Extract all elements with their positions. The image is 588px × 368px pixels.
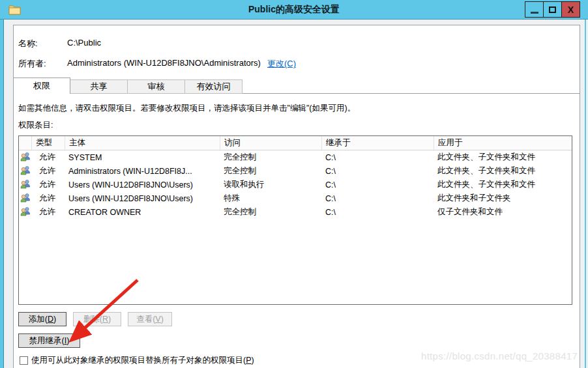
applies-to-cell: 此文件夹、子文件夹和文件 bbox=[434, 165, 572, 177]
access-cell: 特殊 bbox=[220, 193, 321, 204]
type-cell: 允许 bbox=[31, 206, 65, 218]
type-cell: 允许 bbox=[31, 152, 65, 163]
column-header[interactable]: 主体 bbox=[65, 136, 220, 150]
users-icon bbox=[20, 193, 31, 203]
applies-to-cell: 仅子文件夹和文件 bbox=[434, 206, 572, 218]
principal-cell: Users (WIN-U12D8FI8JNO\Users) bbox=[65, 180, 220, 190]
close-icon: X bbox=[568, 5, 574, 14]
owner-label: 所有者: bbox=[18, 58, 46, 70]
owner-value: Administrators (WIN-U12D8FI8JNO\Administ… bbox=[67, 58, 261, 68]
applies-to-cell: 此文件夹和子文件夹 bbox=[434, 193, 572, 204]
name-value: C:\Public bbox=[67, 38, 101, 48]
minimize-button[interactable] bbox=[525, 1, 544, 18]
window-frame-left bbox=[0, 20, 4, 368]
inherited-from-cell: C:\ bbox=[321, 167, 434, 176]
tab-bar: 权限共享审核有效访问 bbox=[13, 78, 243, 94]
maximize-button[interactable] bbox=[543, 1, 562, 18]
delete-button: 删除(R) bbox=[73, 312, 121, 326]
inherited-from-cell: C:\ bbox=[321, 208, 434, 217]
table-row[interactable]: 允许 Users (WIN-U12D8FI8JNO\Users) 特殊 C:\ … bbox=[19, 191, 572, 205]
access-cell: 完全控制 bbox=[220, 165, 321, 177]
users-icon bbox=[20, 152, 31, 162]
table-row[interactable]: 允许 SYSTEM 完全控制 C:\ 此文件夹、子文件夹和文件 bbox=[19, 150, 572, 164]
add-button[interactable]: 添加(D) bbox=[18, 312, 66, 326]
type-cell: 允许 bbox=[31, 179, 65, 190]
minimize-icon bbox=[531, 12, 538, 14]
tab-共享[interactable]: 共享 bbox=[70, 79, 128, 94]
principal-cell: Users (WIN-U12D8FI8JNO\Users) bbox=[65, 194, 220, 203]
inherited-from-cell: C:\ bbox=[321, 180, 434, 190]
window-title: Public的高级安全设置 bbox=[0, 4, 588, 16]
instruction-text: 如需其他信息，请双击权限项目。若要修改权限项目，请选择该项目并单击"编辑"(如果… bbox=[18, 103, 355, 114]
maximize-icon bbox=[549, 7, 556, 13]
principal-cell: Administrators (WIN-U12D8FI8J... bbox=[65, 167, 220, 176]
tab-权限[interactable]: 权限 bbox=[13, 78, 70, 94]
checkbox-label: 使用可从此对象继承的权限项目替换所有子对象的权限项目(P) bbox=[31, 355, 254, 366]
list-header: 类型主体访问继承于应用于 bbox=[19, 136, 572, 150]
users-icon bbox=[20, 179, 31, 189]
row-icon-cell bbox=[19, 152, 31, 163]
principal-cell: SYSTEM bbox=[65, 153, 220, 162]
column-header[interactable]: 继承于 bbox=[321, 136, 434, 150]
column-header[interactable]: 类型 bbox=[31, 136, 65, 150]
permission-entries-list[interactable]: 类型主体访问继承于应用于 允许 SYSTEM 完全控制 C:\ 此文件夹、子文件… bbox=[18, 135, 572, 305]
type-cell: 允许 bbox=[31, 165, 65, 177]
type-cell: 允许 bbox=[31, 193, 65, 204]
row-icon-cell bbox=[19, 206, 31, 218]
tab-有效访问[interactable]: 有效访问 bbox=[185, 79, 243, 94]
replace-child-permissions-checkbox[interactable] bbox=[20, 356, 28, 365]
permission-entries-label: 权限条目: bbox=[18, 120, 53, 131]
disable-inheritance-button[interactable]: 禁用继承(I) bbox=[18, 333, 80, 348]
inherited-from-cell: C:\ bbox=[321, 153, 434, 162]
view-button: 查看(V) bbox=[128, 312, 172, 326]
tab-审核[interactable]: 审核 bbox=[128, 79, 185, 94]
table-row[interactable]: 允许 Users (WIN-U12D8FI8JNO\Users) 读取和执行 C… bbox=[19, 178, 572, 191]
users-icon bbox=[20, 206, 31, 216]
close-button[interactable]: X bbox=[561, 1, 580, 18]
table-row[interactable]: 允许 CREATOR OWNER 完全控制 C:\ 仅子文件夹和文件 bbox=[19, 205, 572, 219]
access-cell: 完全控制 bbox=[220, 206, 321, 218]
name-label: 名称: bbox=[18, 38, 38, 50]
principal-cell: CREATOR OWNER bbox=[65, 208, 220, 217]
replace-child-permissions-row: 使用可从此对象继承的权限项目替换所有子对象的权限项目(P) bbox=[20, 355, 254, 366]
icon-column-header bbox=[19, 136, 31, 150]
inherited-from-cell: C:\ bbox=[321, 194, 434, 203]
titlebar: Public的高级安全设置 X bbox=[0, 0, 588, 20]
access-cell: 完全控制 bbox=[220, 152, 321, 163]
window-controls: X bbox=[525, 1, 580, 18]
permission-rows: 允许 SYSTEM 完全控制 C:\ 此文件夹、子文件夹和文件 允许 Admin… bbox=[19, 150, 572, 219]
row-icon-cell bbox=[19, 165, 31, 177]
column-header[interactable]: 访问 bbox=[220, 136, 321, 150]
applies-to-cell: 此文件夹、子文件夹和文件 bbox=[434, 152, 572, 163]
access-cell: 读取和执行 bbox=[220, 179, 321, 190]
applies-to-cell: 此文件夹、子文件夹和文件 bbox=[434, 179, 572, 190]
window-frame-right bbox=[585, 20, 586, 368]
change-owner-link[interactable]: 更改(C) bbox=[267, 58, 296, 70]
watermark-text: https://blog.csdn.net/qq_20388417 bbox=[421, 350, 578, 361]
table-row[interactable]: 允许 Administrators (WIN-U12D8FI8J... 完全控制… bbox=[19, 164, 572, 178]
row-icon-cell bbox=[19, 179, 31, 191]
users-icon bbox=[20, 165, 31, 175]
row-icon-cell bbox=[19, 193, 31, 205]
advanced-security-settings-window: Public的高级安全设置 X 名称: C:\Public 所有者: Admin… bbox=[0, 0, 588, 368]
column-header[interactable]: 应用于 bbox=[434, 136, 572, 150]
